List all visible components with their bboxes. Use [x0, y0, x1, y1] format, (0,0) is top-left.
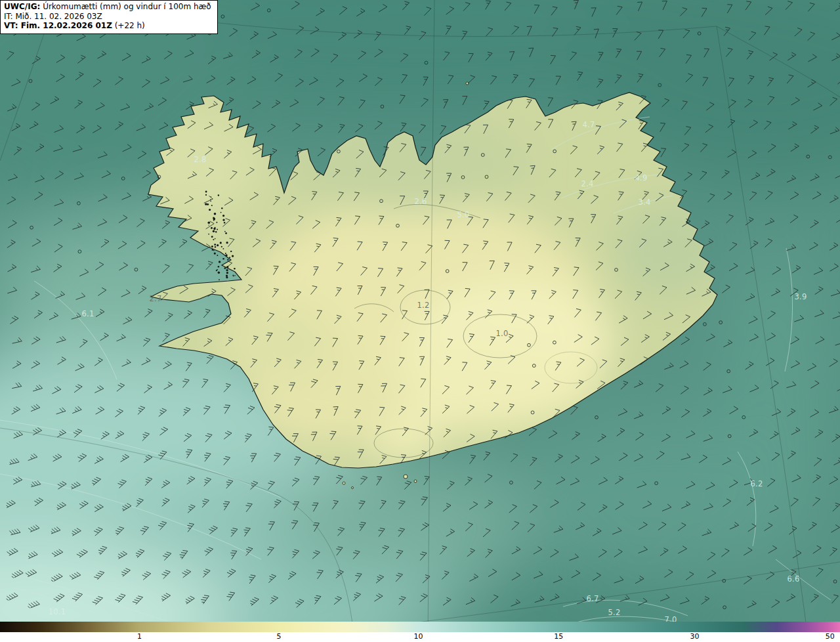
weather-map-page: 4.72.82.44.93.42.65.02.76.13.91.21.06.26…: [0, 0, 840, 642]
colorbar-gradient: [0, 622, 840, 632]
colorbar-tick-label: 1: [137, 632, 142, 641]
valid-time: VT: Fim. 12.02.2026 01Z: [4, 21, 112, 30]
colorbar-labels: 1510153050: [0, 632, 840, 642]
title-box: UWC/IG: Úrkomumætti (mm) og vindur í 100…: [0, 0, 218, 34]
init-time-line: IT: Mið. 11. 02. 2026 03Z: [4, 12, 211, 22]
colorbar-tick-label: 5: [276, 632, 281, 641]
colorbar-tick-label: 50: [826, 632, 835, 641]
colorbar-tick-label: 30: [690, 632, 700, 641]
title-line: UWC/IG: Úrkomumætti (mm) og vindur í 100…: [4, 2, 211, 12]
map-title: Úrkomumætti (mm) og vindur í 100m hæð: [43, 2, 211, 11]
valid-time-line: VT: Fim. 12.02.2026 01Z (+22 h): [4, 21, 211, 31]
colorbar-tick-label: 15: [554, 632, 563, 641]
model-label: UWC/IG:: [4, 2, 40, 11]
weather-map: [0, 0, 840, 642]
colorbar-tick-label: 10: [413, 632, 423, 641]
valid-offset: (+22 h): [115, 21, 145, 30]
colorbar: 1510153050: [0, 622, 840, 642]
